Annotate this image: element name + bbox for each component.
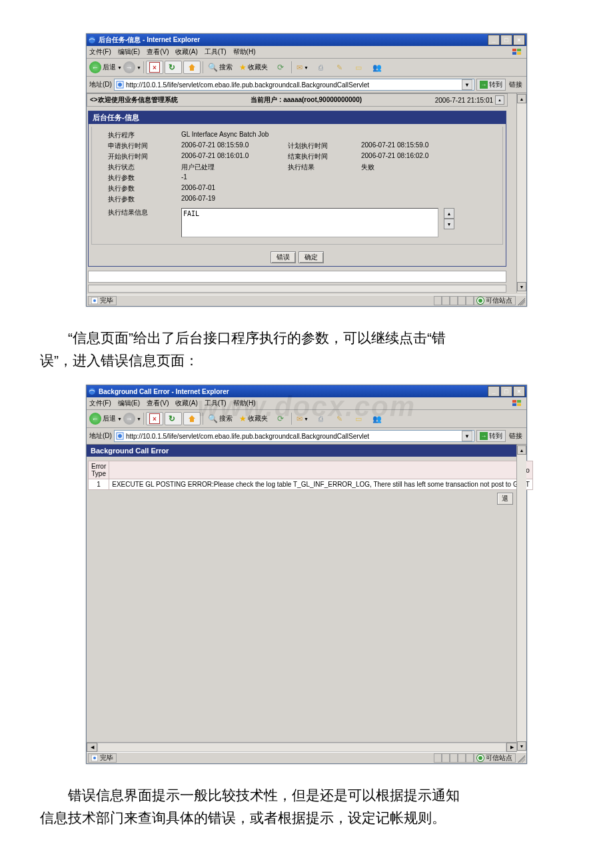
menu-edit[interactable]: 编辑(E)	[118, 47, 140, 57]
menu-fav[interactable]: 收藏(A)	[175, 47, 197, 57]
error-button[interactable]: 错误	[271, 251, 296, 263]
print-button[interactable]: ⎙	[312, 412, 330, 425]
result-textarea[interactable]: FAIL	[181, 208, 438, 237]
return-button[interactable]: 退	[497, 493, 513, 505]
discuss-icon: 👥	[372, 415, 382, 423]
go-button[interactable]: → 转到	[476, 430, 506, 442]
back-button[interactable]: ←	[89, 413, 101, 425]
label-param-2: 执行参数	[108, 184, 181, 193]
scroll-up-icon[interactable]: ▲	[517, 445, 526, 455]
sys-welcome: <>欢迎使用业务信息管理系统	[90, 95, 178, 105]
favorites-button[interactable]: ★收藏夹	[237, 412, 271, 425]
result-scrollbar[interactable]: ▲ ▼	[444, 208, 453, 229]
forward-button[interactable]: →	[123, 61, 135, 73]
svg-point-15	[118, 434, 122, 438]
addressbar: 地址(D) http://10.0.1.5/life/servlet/com.e…	[87, 428, 526, 445]
address-label: 地址(D)	[89, 431, 112, 441]
svg-point-17	[93, 757, 96, 759]
minimize-button[interactable]: _	[488, 386, 500, 397]
panel-body: Error Type Info 1 EXECUTE GL POSTING ERR…	[87, 457, 517, 742]
address-input[interactable]: http://10.0.1.5/life/servlet/com.ebao.li…	[114, 430, 474, 442]
status-zone: 可信站点	[474, 753, 516, 763]
home-button[interactable]	[183, 412, 201, 425]
menu-help[interactable]: 帮助(H)	[233, 47, 256, 57]
ok-button[interactable]: 确定	[299, 251, 324, 263]
mail-button[interactable]: ✉▼	[294, 412, 311, 425]
scroll-down-icon[interactable]: ▼	[517, 741, 526, 751]
svg-rect-1	[512, 49, 516, 51]
history-button[interactable]: ⟳	[272, 412, 289, 425]
mail-button[interactable]: ✉▼	[294, 61, 311, 74]
back-label[interactable]: 后退	[103, 414, 116, 423]
value-param-2: 2006-07-01	[181, 184, 288, 193]
dropdown-icon[interactable]: ▼	[117, 65, 122, 70]
status-segments	[434, 753, 474, 763]
scroll-left-icon[interactable]: ◀	[87, 743, 97, 752]
page-icon	[116, 432, 124, 440]
close-button[interactable]: ×	[513, 386, 525, 397]
refresh-button[interactable]: ↻	[165, 61, 182, 74]
search-button[interactable]: 🔍搜索	[205, 61, 235, 74]
menu-edit[interactable]: 编辑(E)	[118, 399, 140, 408]
scroll-up-icon[interactable]: ▲	[517, 94, 526, 103]
resize-grip-icon[interactable]	[516, 753, 525, 763]
discuss-button[interactable]: 👥	[368, 412, 386, 425]
links-label[interactable]: 链接	[508, 80, 524, 89]
page-vscrollbar[interactable]: ▲ ▼	[516, 445, 526, 752]
back-button[interactable]: ←	[89, 61, 101, 73]
sys-current-user: 当前用户 : aaaaa(root,90000000000)	[178, 95, 435, 105]
search-button[interactable]: 🔍搜索	[205, 412, 235, 425]
address-input[interactable]: http://10.0.1.5/life/servlet/com.ebao.li…	[114, 79, 474, 91]
scroll-down-icon[interactable]: ▼	[444, 219, 454, 229]
folder-button[interactable]: ▭	[350, 412, 367, 425]
scroll-right-icon[interactable]: ▶	[506, 743, 517, 752]
scroll-up-icon[interactable]: ▲	[444, 208, 454, 219]
dropdown-icon[interactable]: ▼	[117, 417, 122, 421]
maximize-button[interactable]: □	[500, 35, 512, 45]
folder-button[interactable]: ▭	[350, 61, 367, 74]
address-dropdown-icon[interactable]: ▼	[462, 79, 472, 90]
stop-button[interactable]: ×	[146, 61, 163, 74]
collapse-icon[interactable]: ▲	[495, 95, 504, 105]
window-title: 后台任务-信息 - Internet Explorer	[99, 35, 487, 45]
go-button[interactable]: → 转到	[476, 79, 506, 91]
minimize-button[interactable]: _	[488, 35, 500, 45]
menu-tools[interactable]: 工具(T)	[205, 399, 227, 408]
resize-grip-icon[interactable]	[516, 296, 525, 305]
menu-file[interactable]: 文件(F)	[89, 47, 111, 57]
edit-button[interactable]: ✎	[331, 61, 348, 74]
links-label[interactable]: 链接	[508, 431, 524, 441]
close-button[interactable]: ×	[513, 35, 525, 45]
refresh-button[interactable]: ↻	[165, 412, 182, 425]
scroll-down-icon[interactable]: ▼	[517, 282, 526, 291]
menu-fav[interactable]: 收藏(A)	[175, 399, 197, 408]
scroll-track[interactable]	[97, 743, 506, 752]
history-button[interactable]: ⟳	[272, 61, 289, 74]
menubar: 文件(F) 编辑(E) 查看(V) 收藏(A) 工具(T) 帮助(H)	[87, 397, 526, 410]
menu-view[interactable]: 查看(V)	[147, 47, 169, 57]
page-vscrollbar[interactable]: ▲ ▼	[516, 93, 526, 293]
hscrollbar[interactable]: ◀ ▶	[87, 742, 517, 752]
menu-help[interactable]: 帮助(H)	[233, 399, 256, 408]
search-icon: 🔍	[208, 63, 218, 72]
address-dropdown-icon[interactable]: ▼	[462, 431, 472, 441]
maximize-button[interactable]: □	[500, 386, 512, 397]
dropdown-icon[interactable]: ▼	[137, 417, 141, 421]
print-button[interactable]: ⎙	[312, 61, 330, 74]
menu-view[interactable]: 查看(V)	[147, 399, 169, 408]
trusted-icon	[477, 755, 484, 761]
menu-tools[interactable]: 工具(T)	[205, 47, 227, 57]
back-label[interactable]: 后退	[103, 63, 116, 72]
forward-button[interactable]: →	[123, 413, 135, 425]
edit-button[interactable]: ✎	[331, 412, 348, 425]
page-icon	[116, 81, 124, 89]
addressbar: 地址(D) http://10.0.1.5/life/servlet/com.e…	[87, 77, 526, 93]
discuss-button[interactable]: 👥	[368, 61, 386, 74]
dropdown-icon[interactable]: ▼	[137, 65, 141, 70]
stop-button[interactable]: ×	[146, 412, 163, 425]
favorites-button[interactable]: ★收藏夹	[237, 61, 271, 74]
menu-file[interactable]: 文件(F)	[89, 399, 111, 408]
status-done: 完毕	[88, 296, 117, 305]
titlebar: 后台任务-信息 - Internet Explorer _ □ ×	[87, 34, 526, 46]
home-button[interactable]	[183, 61, 201, 74]
